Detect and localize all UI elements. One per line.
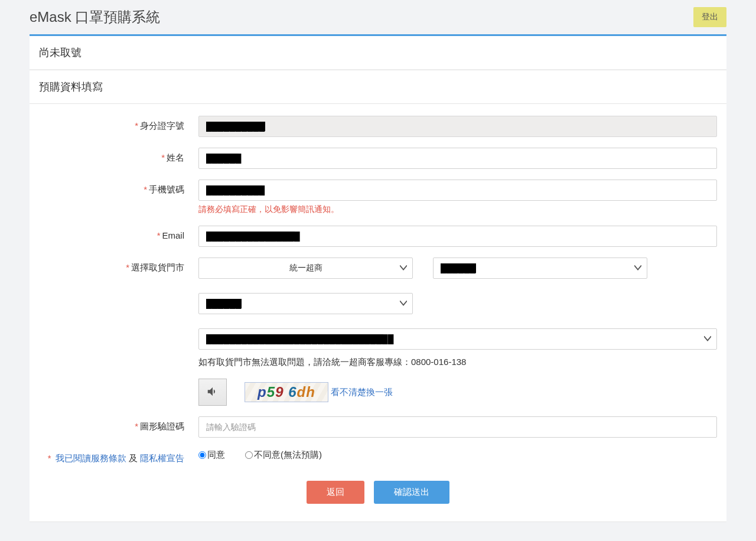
label-store: *選擇取貨門市: [39, 258, 198, 273]
store-district-select[interactable]: ██████: [198, 293, 413, 314]
email-input[interactable]: ████████████████: [198, 226, 717, 247]
phone-input[interactable]: ██████████: [198, 180, 717, 201]
label-phone: *手機號碼: [39, 180, 198, 195]
label-name: *姓名: [39, 148, 198, 164]
disagree-radio[interactable]: 不同意(無法預購): [245, 449, 322, 461]
submit-button[interactable]: 確認送出: [374, 481, 449, 504]
store-city-select[interactable]: ██████: [433, 258, 647, 279]
logout-button[interactable]: 登出: [693, 7, 726, 27]
page-title: eMask 口罩預購系統: [30, 8, 160, 27]
name-input[interactable]: ██████: [198, 148, 717, 169]
terms-link[interactable]: 我已閱讀服務條款: [56, 453, 126, 463]
id-input: ██████████: [198, 116, 717, 137]
label-captcha: *圖形驗證碼: [39, 416, 198, 432]
captcha-input[interactable]: [198, 416, 717, 438]
form-section-title: 預購資料填寫: [30, 70, 726, 104]
label-terms: * 我已閱讀服務條款 及 隱私權宣告: [39, 448, 198, 464]
store-chain-select[interactable]: 統一超商: [198, 258, 413, 279]
store-hint: 如有取貨門市無法選取問題，請洽統一超商客服專線：0800-016-138: [198, 357, 717, 368]
phone-hint: 請務必填寫正確，以免影響簡訊通知。: [198, 204, 717, 215]
captcha-audio-button[interactable]: [198, 379, 227, 406]
speaker-icon: [206, 385, 219, 400]
captcha-refresh-link[interactable]: 看不清楚換一張: [331, 387, 393, 398]
agree-radio[interactable]: 同意: [198, 449, 225, 461]
label-id: *身分證字號: [39, 116, 198, 132]
captcha-image: p59 6dh: [245, 382, 328, 402]
label-email: *Email: [39, 226, 198, 240]
privacy-link[interactable]: 隱私權宣告: [140, 453, 184, 463]
status-title: 尚未取號: [30, 36, 726, 70]
store-branch-select[interactable]: ████████████████████████████████: [198, 328, 717, 350]
back-button[interactable]: 返回: [307, 481, 364, 504]
